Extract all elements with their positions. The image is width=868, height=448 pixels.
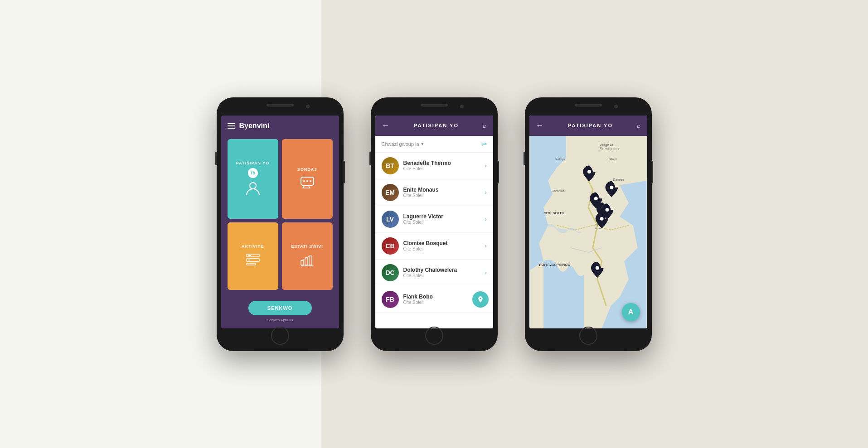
avatar: DC [382,264,399,281]
participant-info: Dolothy Chalowelera Cite Soleil [403,267,480,278]
back-button[interactable]: ← [382,121,390,130]
svg-text:Damien: Damien [613,178,624,181]
map-back-button[interactable]: ← [536,121,544,130]
map-screen: ← PATISIPAN YO ⌕ [529,116,647,328]
graph-icon [299,251,315,268]
participant-location: Cite Soleil [403,220,480,225]
map-header-title: PATISIPAN YO [568,123,613,128]
phone-3-home-btn[interactable] [579,327,597,345]
participant-location: Cite Soleil [403,166,480,171]
svg-point-26 [610,185,613,189]
list-screen: ← PATISIPAN YO ⌕ Chwazi gwoup la ▾ ⇌ BT [375,116,493,328]
phone-3-right-btn [652,161,653,183]
participant-name: Clomise Bosquet [403,240,480,246]
svg-text:Rennaissance: Rennaissance [599,146,619,149]
list-header: ← PATISIPAN YO ⌕ [375,116,493,136]
participant-info: Enite Monaus Cite Soleil [403,187,480,198]
chevron-right-icon: › [485,189,487,196]
svg-point-30 [600,217,603,220]
svg-rect-0 [250,183,256,189]
hamburger-line-1 [228,123,235,124]
filter-bar: Chwazi gwoup la ▾ ⇌ [375,136,493,153]
avatar: CB [382,237,399,255]
phone-2-home-btn[interactable] [425,327,443,345]
search-icon[interactable]: ⌕ [483,122,486,129]
map-fab-button[interactable]: A [622,303,640,321]
svg-point-31 [595,266,599,270]
home-header: Byenvini [221,116,339,135]
map-container[interactable]: Village La Rennaissance Moleya Sibert Da… [529,136,647,328]
svg-rect-11 [305,258,308,265]
card-estati[interactable]: ESTATI SWIVI [282,222,333,290]
chat-icon [299,174,315,191]
participant-item[interactable]: EM Enite Monaus Cite Soleil › [375,179,493,206]
participant-item[interactable]: DC Dolothy Chalowelera Cite Soleil › [375,260,493,286]
svg-text:PORT-AU-PRINCE: PORT-AU-PRINCE [539,262,570,266]
dropdown-arrow-icon: ▾ [421,141,424,147]
phone-2: ← PATISIPAN YO ⌕ Chwazi gwoup la ▾ ⇌ BT [371,97,498,351]
phone-1-speaker [269,105,291,107]
hamburger-line-2 [228,125,235,126]
svg-rect-8 [248,255,251,256]
activity-icon [245,251,261,268]
participant-location: Cite Soleil [403,273,480,278]
participant-info: Laguerre Victor Cite Soleil [403,213,480,225]
phone-2-screen: ← PATISIPAN YO ⌕ Chwazi gwoup la ▾ ⇌ BT [375,116,493,328]
chevron-right-icon: › [485,270,487,276]
map-header: ← PATISIPAN YO ⌕ [529,116,647,136]
phone-1-home-btn[interactable] [271,327,289,345]
phone-1-right-btn [344,161,345,183]
participant-name: Laguerre Victor [403,213,480,220]
avatar: LV [382,211,399,228]
svg-rect-7 [247,263,256,265]
avatar: EM [382,184,399,201]
participant-item-highlighted[interactable]: FB Flank Bobo Cite Soleil [375,286,493,313]
filter-dropdown[interactable]: Chwazi gwoup la ▾ [382,141,424,147]
chevron-right-icon: › [485,216,487,222]
participant-item[interactable]: LV Laguerre Victor Cite Soleil › [375,206,493,233]
participant-item[interactable]: BT Benadette Thermo Cite Soleil › [375,153,493,179]
participant-name: Enite Monaus [403,187,480,193]
card-aktivite[interactable]: AKTIVITE [228,222,278,290]
phone-1-screen: Byenvini PATISIPAN YO 75 SONDAJ [221,116,339,328]
card-sondaj-label: SONDAJ [297,167,317,172]
phone-3-left-btn [524,152,525,165]
participant-info: Clomise Bosquet Cite Soleil [403,240,480,251]
svg-point-2 [303,180,305,182]
svg-point-29 [605,208,609,212]
senkwo-date: Senkwo April 08 [267,318,293,322]
participant-name: Dolothy Chalowelera [403,267,480,273]
svg-point-3 [306,180,308,182]
card-sondaj[interactable]: SONDAJ [282,139,333,219]
location-pin-icon [477,296,484,303]
person-icon [245,181,261,197]
chevron-right-icon: › [485,163,487,169]
participant-info: Benadette Thermo Cite Soleil [403,160,480,171]
svg-rect-12 [309,256,312,265]
card-estati-label: ESTATI SWIVI [291,244,323,249]
phones-container: Byenvini PATISIPAN YO 75 SONDAJ [0,0,868,448]
svg-text:Sibert: Sibert [608,158,616,161]
svg-text:Moleya: Moleya [554,158,564,161]
filter-adjust-icon[interactable]: ⇌ [481,140,487,148]
phone-3-screen: ← PATISIPAN YO ⌕ [529,116,647,328]
svg-text:Ménélas: Ménélas [552,189,564,192]
card-aktivite-label: AKTIVITE [242,244,264,249]
location-button[interactable] [472,291,489,308]
hamburger-icon[interactable] [228,123,235,129]
home-grid: PATISIPAN YO 75 SONDAJ [221,135,339,294]
card-patisipan-label: PATISIPAN YO [236,161,269,165]
chevron-right-icon: › [485,243,487,249]
card-patisipan[interactable]: PATISIPAN YO 75 [228,139,278,219]
phone-2-left-btn [369,152,371,165]
senkwo-button[interactable]: SENKWO [248,301,312,315]
participant-location: Cite Soleil [403,246,480,251]
map-search-icon[interactable]: ⌕ [637,122,640,129]
svg-rect-10 [301,260,304,265]
participant-item[interactable]: CB Clomise Bosquet Cite Soleil › [375,233,493,260]
list-header-title: PATISIPAN YO [414,123,459,128]
phone-1: Byenvini PATISIPAN YO 75 SONDAJ [217,97,344,351]
phone-2-speaker [423,105,446,107]
svg-point-27 [594,197,597,200]
home-footer: SENKWO Senkwo April 08 [221,294,339,328]
